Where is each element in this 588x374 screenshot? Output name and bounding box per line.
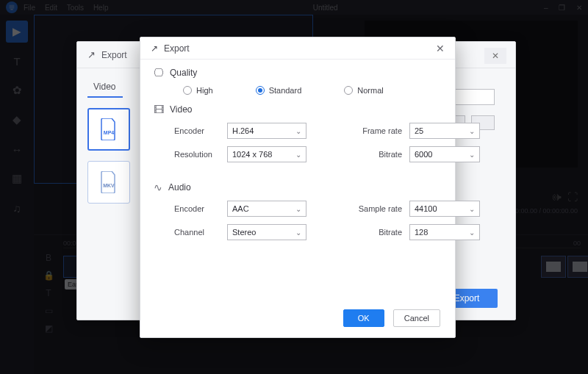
audio-bitrate-select[interactable]: 128⌄: [409, 224, 480, 240]
dialog2-header: ↗ Export ✕: [140, 37, 455, 60]
framerate-select[interactable]: 25⌄: [409, 123, 480, 139]
export-settings-dialog: ↗ Export ✕ 🖵 Quality High Standard Norma…: [140, 37, 456, 338]
label-audio-bitrate: Bitrate: [356, 228, 402, 237]
format-mkv[interactable]: MKV: [87, 161, 130, 204]
label-samplerate: Sample rate: [356, 204, 402, 213]
svg-text:MP4: MP4: [104, 130, 115, 135]
film-icon: 🎞: [154, 104, 164, 115]
ok-button[interactable]: OK: [343, 309, 384, 327]
video-title: Video: [170, 104, 192, 115]
chevron-down-icon: ⌄: [295, 127, 301, 135]
chevron-down-icon: ⌄: [295, 151, 301, 159]
audio-section: ∿ Audio Encoder AAC⌄ Sample rate 44100⌄ …: [140, 174, 455, 242]
channel-select[interactable]: Stereo⌄: [227, 224, 306, 240]
chevron-down-icon: ⌄: [295, 205, 301, 213]
export-icon: ↗: [87, 49, 96, 60]
dialog1-tab-video[interactable]: Video: [87, 77, 123, 98]
label-channel: Channel: [174, 228, 220, 237]
dialog1-title: Export: [101, 50, 127, 60]
label-video-bitrate: Bitrate: [356, 150, 402, 159]
samplerate-select[interactable]: 44100⌄: [409, 201, 480, 217]
label-video-encoder: Encoder: [174, 126, 220, 135]
chevron-down-icon: ⌄: [469, 229, 475, 237]
quality-title: Quality: [170, 68, 197, 78]
dialog1-close-button[interactable]: ✕: [484, 48, 506, 64]
audio-encoder-select[interactable]: AAC⌄: [227, 201, 306, 217]
chevron-down-icon: ⌄: [469, 127, 475, 135]
resolution-select[interactable]: 1024 x 768⌄: [227, 146, 306, 162]
video-encoder-select[interactable]: H.264⌄: [227, 123, 306, 139]
video-bitrate-select[interactable]: 6000⌄: [409, 146, 480, 162]
video-section: 🎞 Video Encoder H.264⌄ Frame rate 25⌄ Re…: [140, 96, 455, 164]
dialog1-sidebar: Video MP4 MKV: [87, 77, 145, 204]
label-audio-encoder: Encoder: [174, 204, 220, 213]
chevron-down-icon: ⌄: [295, 229, 301, 237]
format-mp4[interactable]: MP4: [87, 108, 130, 151]
quality-normal-radio[interactable]: Normal: [344, 86, 383, 95]
export-icon: ↗: [151, 43, 158, 54]
label-resolution: Resolution: [174, 150, 220, 159]
quality-high-radio[interactable]: High: [183, 86, 213, 95]
svg-text:MKV: MKV: [103, 183, 115, 188]
monitor-icon: 🖵: [154, 67, 164, 79]
dialog2-buttons: OK Cancel: [343, 309, 440, 327]
label-framerate: Frame rate: [356, 126, 402, 135]
dialog2-close-button[interactable]: ✕: [436, 43, 445, 54]
cancel-button[interactable]: Cancel: [393, 309, 440, 327]
chevron-down-icon: ⌄: [469, 151, 475, 159]
waveform-icon: ∿: [154, 181, 162, 193]
quality-standard-radio[interactable]: Standard: [256, 86, 302, 95]
dialog2-title: Export: [164, 43, 190, 54]
chevron-down-icon: ⌄: [469, 205, 475, 213]
quality-section: 🖵 Quality High Standard Normal: [140, 60, 455, 96]
audio-title: Audio: [168, 182, 191, 193]
